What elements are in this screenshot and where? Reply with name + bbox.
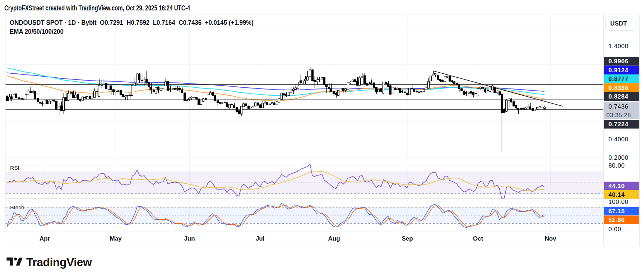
- svg-text:0.8338: 0.8338: [608, 85, 629, 91]
- svg-text:0.9906: 0.9906: [608, 58, 629, 65]
- svg-text:0.2000: 0.2000: [608, 154, 629, 161]
- svg-text:May: May: [110, 235, 122, 242]
- svg-text:40.14: 40.14: [608, 191, 625, 198]
- svg-text:RSI: RSI: [10, 165, 19, 171]
- svg-text:0.8284: 0.8284: [608, 93, 629, 100]
- svg-text:44.10: 44.10: [608, 183, 625, 190]
- svg-text:80.00: 80.00: [608, 162, 625, 169]
- svg-text:Sep: Sep: [402, 235, 413, 242]
- svg-text:51.80: 51.80: [608, 217, 625, 223]
- svg-text:03:35:28: 03:35:28: [606, 112, 631, 119]
- svg-text:0.8777: 0.8777: [608, 76, 629, 82]
- svg-text:Oct: Oct: [473, 235, 483, 242]
- svg-text:Jun: Jun: [184, 235, 195, 242]
- svg-text:Aug: Aug: [328, 235, 340, 242]
- svg-text:1.4000: 1.4000: [608, 43, 629, 50]
- svg-text:Apr: Apr: [40, 235, 50, 242]
- svg-text:0.4000: 0.4000: [608, 136, 629, 143]
- svg-text:0.00: 0.00: [608, 226, 621, 233]
- svg-text:Jul: Jul: [256, 235, 265, 242]
- svg-text:0.7436: 0.7436: [608, 103, 629, 110]
- svg-text:Stoch: Stoch: [10, 204, 24, 210]
- svg-text:0.7224: 0.7224: [608, 121, 629, 128]
- svg-text:Nov: Nov: [545, 235, 556, 242]
- svg-text:0.9124: 0.9124: [608, 67, 629, 74]
- svg-text:100.00: 100.00: [608, 199, 629, 205]
- svg-text:67.15: 67.15: [608, 208, 625, 215]
